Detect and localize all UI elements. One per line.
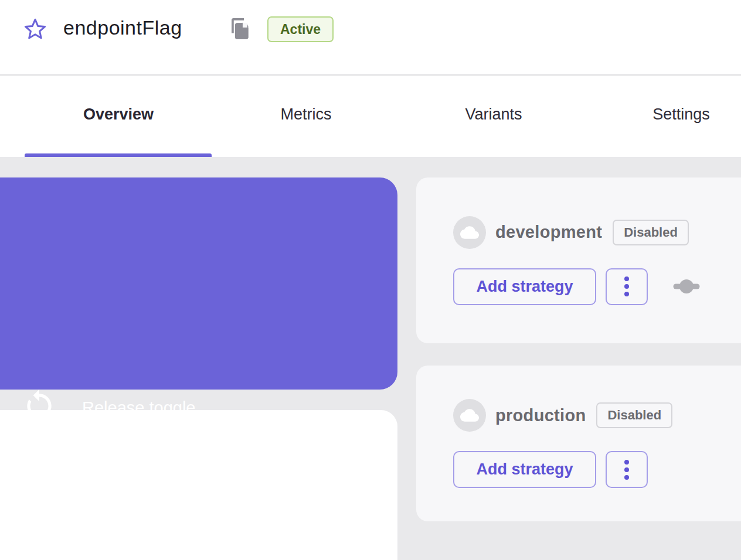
kebab-dot <box>624 292 629 296</box>
environment-card-header: development Disabled <box>453 216 741 249</box>
kebab-dot <box>624 276 629 281</box>
environment-status-badge: Disabled <box>596 402 672 428</box>
environment-card-development: development Disabled Add strategy <box>416 177 741 343</box>
environment-card-name: production <box>495 406 586 425</box>
tab-overview[interactable]: Overview <box>25 76 212 153</box>
cloud-icon <box>453 399 486 432</box>
environment-card-production: production Disabled Add strategy <box>416 366 741 521</box>
tab-overview-label: Overview <box>83 105 154 124</box>
tab-metrics-label: Metrics <box>281 105 332 124</box>
environment-status-badge: Disabled <box>613 220 689 245</box>
kebab-dot <box>624 475 629 480</box>
kebab-dot <box>624 467 629 472</box>
flag-summary-card: Release toggle Project: default No descr… <box>0 177 397 390</box>
tab-bar: Overview Metrics Variants Settings <box>25 76 741 157</box>
copy-icon[interactable] <box>230 16 251 41</box>
tab-variants-label: Variants <box>465 105 522 124</box>
page-title: endpointFlag <box>63 16 182 39</box>
tab-settings[interactable]: Settings <box>587 76 741 153</box>
cloud-icon <box>453 216 486 249</box>
favorite-star-icon[interactable] <box>23 18 47 41</box>
add-strategy-button[interactable]: Add strategy <box>453 268 596 305</box>
tab-settings-label: Settings <box>652 105 710 124</box>
environment-card-actions: Add strategy <box>453 268 741 305</box>
page-header: endpointFlag Active <box>0 0 741 74</box>
kebab-menu-button[interactable] <box>606 451 648 488</box>
kebab-menu-button[interactable] <box>606 268 648 305</box>
tab-metrics[interactable]: Metrics <box>212 76 400 153</box>
environment-card-header: production Disabled <box>453 399 741 432</box>
environment-toggle-switch-icon[interactable] <box>672 278 701 295</box>
feature-flag-page: endpointFlag Active Overview Metrics Var… <box>0 0 741 560</box>
kebab-dot <box>624 460 629 465</box>
kebab-dot <box>624 284 629 289</box>
environment-card-name: development <box>495 223 602 242</box>
add-strategy-button[interactable]: Add strategy <box>453 451 596 488</box>
tab-variants[interactable]: Variants <box>400 76 587 153</box>
enabled-environments-panel: Enabled in environments (0) ? developmen… <box>0 410 397 560</box>
environment-card-actions: Add strategy <box>453 451 741 488</box>
status-badge: Active <box>267 16 334 42</box>
